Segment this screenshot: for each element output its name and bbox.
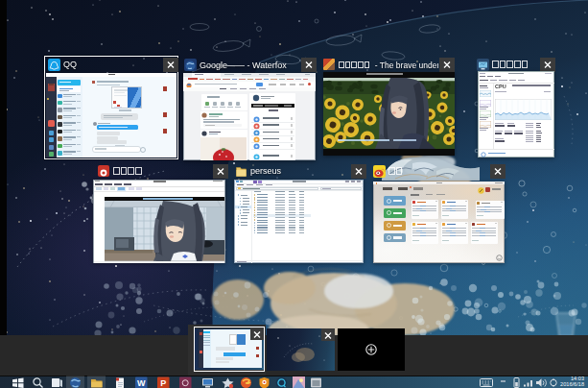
svg-text:P: P: [160, 378, 166, 388]
svg-text:W: W: [137, 378, 146, 388]
